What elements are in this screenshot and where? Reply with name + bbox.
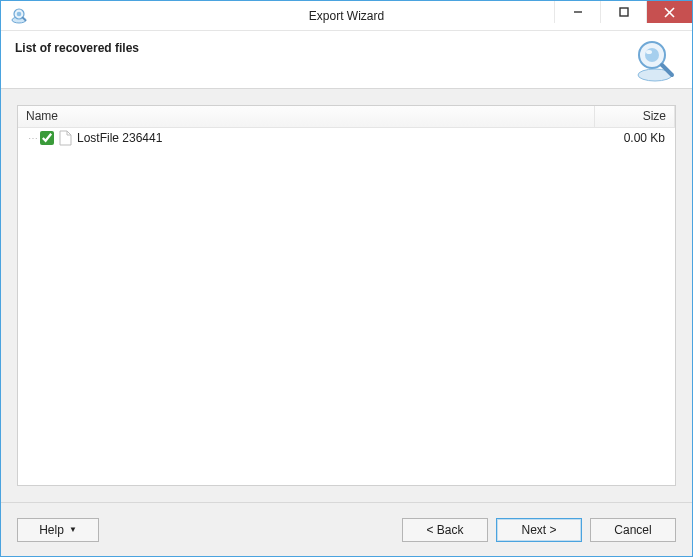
back-button[interactable]: < Back: [402, 518, 488, 542]
file-size: 0.00 Kb: [595, 131, 667, 145]
tree-connector-icon: ⋯: [26, 133, 40, 144]
back-button-label: < Back: [426, 523, 463, 537]
svg-rect-5: [620, 8, 628, 16]
column-header-name[interactable]: Name: [18, 106, 595, 127]
list-item[interactable]: ⋯ LostFile 236441 0.00 Kb: [18, 128, 675, 148]
file-checkbox[interactable]: [40, 131, 54, 145]
help-button-label: Help: [39, 523, 64, 537]
wizard-header: List of recovered files: [1, 31, 692, 89]
magnifier-icon: [632, 37, 678, 83]
file-icon: [58, 130, 72, 146]
file-list-panel: Name Size ⋯ LostFile 236441 0.00 Kb: [17, 105, 676, 486]
column-header-size[interactable]: Size: [595, 106, 675, 127]
file-name: LostFile 236441: [77, 131, 595, 145]
page-title: List of recovered files: [15, 41, 139, 55]
help-button[interactable]: Help ▼: [17, 518, 99, 542]
wizard-footer: Help ▼ < Back Next > Cancel: [1, 502, 692, 556]
svg-point-10: [645, 48, 659, 62]
next-button[interactable]: Next >: [496, 518, 582, 542]
minimize-button[interactable]: [554, 1, 600, 23]
app-icon: [9, 6, 29, 26]
svg-point-11: [646, 50, 652, 54]
close-button[interactable]: [646, 1, 692, 23]
chevron-down-icon: ▼: [69, 525, 77, 534]
cancel-button[interactable]: Cancel: [590, 518, 676, 542]
next-button-label: Next >: [521, 523, 556, 537]
window-controls: [554, 1, 692, 30]
list-header: Name Size: [18, 106, 675, 128]
content-area: Name Size ⋯ LostFile 236441 0.00 Kb: [1, 89, 692, 502]
maximize-button[interactable]: [600, 1, 646, 23]
window-titlebar: Export Wizard: [1, 1, 692, 31]
list-body: ⋯ LostFile 236441 0.00 Kb: [18, 128, 675, 485]
cancel-button-label: Cancel: [614, 523, 651, 537]
svg-point-2: [17, 11, 22, 16]
